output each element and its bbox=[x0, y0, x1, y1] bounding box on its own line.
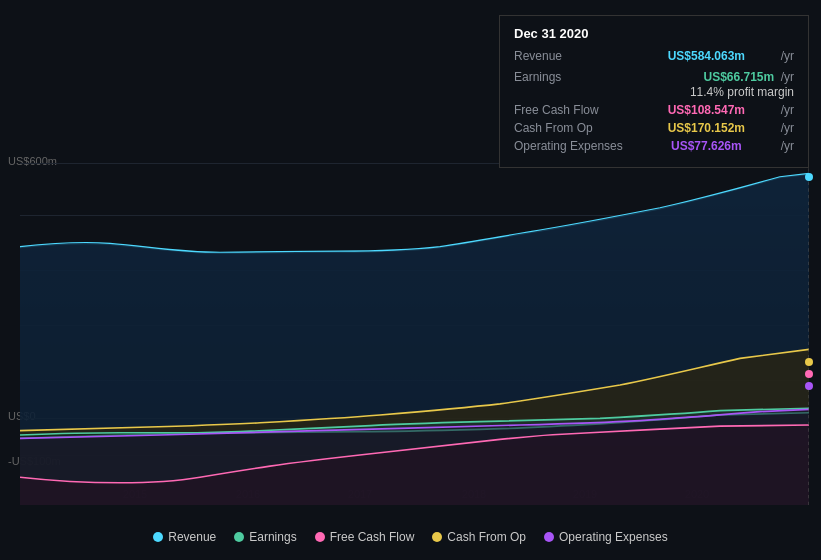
indicator-opex bbox=[805, 382, 813, 390]
tooltip-row-opex: Operating Expenses US$77.626m /yr bbox=[514, 139, 794, 153]
tooltip-row-fcf: Free Cash Flow US$108.547m /yr bbox=[514, 103, 794, 117]
indicator-revenue bbox=[805, 173, 813, 181]
tooltip-value-revenue: US$584.063m bbox=[668, 49, 745, 63]
legend-item-revenue[interactable]: Revenue bbox=[153, 530, 216, 544]
tooltip-value-cashfromop: US$170.152m bbox=[668, 121, 745, 135]
tooltip-title: Dec 31 2020 bbox=[514, 26, 794, 41]
right-indicators bbox=[805, 358, 813, 390]
indicator-fcf bbox=[805, 370, 813, 378]
legend-dot-opex bbox=[544, 532, 554, 542]
chart-container: Dec 31 2020 Revenue US$584.063m /yr Earn… bbox=[0, 0, 821, 560]
tooltip-label-earnings: Earnings bbox=[514, 70, 634, 84]
tooltip-row-revenue: Revenue US$584.063m /yr bbox=[514, 49, 794, 63]
tooltip-value-fcf: US$108.547m bbox=[668, 103, 745, 117]
legend-item-fcf[interactable]: Free Cash Flow bbox=[315, 530, 415, 544]
tooltip-profit-margin: 11.4% profit margin bbox=[690, 85, 794, 99]
chart-svg bbox=[20, 155, 809, 505]
legend-dot-earnings bbox=[234, 532, 244, 542]
chart-area bbox=[20, 155, 809, 505]
legend: Revenue Earnings Free Cash Flow Cash Fro… bbox=[0, 530, 821, 544]
tooltip-row-cashfromop: Cash From Op US$170.152m /yr bbox=[514, 121, 794, 135]
legend-label-revenue: Revenue bbox=[168, 530, 216, 544]
tooltip-label-cashfromop: Cash From Op bbox=[514, 121, 634, 135]
legend-item-opex[interactable]: Operating Expenses bbox=[544, 530, 668, 544]
tooltip-value-opex: US$77.626m bbox=[671, 139, 742, 153]
legend-dot-revenue bbox=[153, 532, 163, 542]
legend-dot-cashfromop bbox=[432, 532, 442, 542]
tooltip-box: Dec 31 2020 Revenue US$584.063m /yr Earn… bbox=[499, 15, 809, 168]
legend-item-earnings[interactable]: Earnings bbox=[234, 530, 296, 544]
tooltip-value-earnings: US$66.715m bbox=[703, 70, 774, 84]
legend-dot-fcf bbox=[315, 532, 325, 542]
tooltip-label-fcf: Free Cash Flow bbox=[514, 103, 634, 117]
indicator-cashfromop bbox=[805, 358, 813, 366]
tooltip-row-earnings: Earnings US$66.715m /yr 11.4% profit mar… bbox=[514, 67, 794, 99]
legend-item-cashfromop[interactable]: Cash From Op bbox=[432, 530, 526, 544]
legend-label-cashfromop: Cash From Op bbox=[447, 530, 526, 544]
tooltip-label-revenue: Revenue bbox=[514, 49, 634, 63]
legend-label-fcf: Free Cash Flow bbox=[330, 530, 415, 544]
legend-label-opex: Operating Expenses bbox=[559, 530, 668, 544]
tooltip-unit-revenue: /yr bbox=[781, 49, 794, 63]
tooltip-label-opex: Operating Expenses bbox=[514, 139, 634, 153]
legend-label-earnings: Earnings bbox=[249, 530, 296, 544]
